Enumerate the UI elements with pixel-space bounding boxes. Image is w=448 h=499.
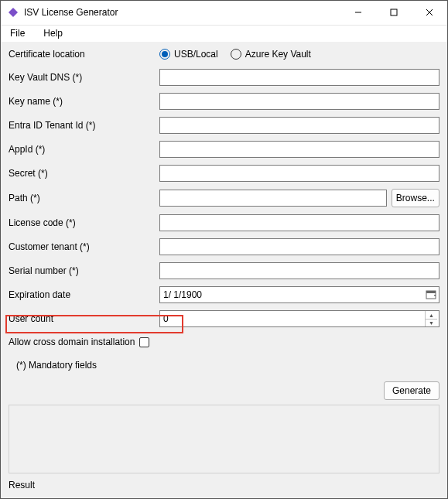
radio-azure-label: Azure Key Vault xyxy=(245,49,311,60)
label-key-name: Key name (*) xyxy=(9,96,159,107)
input-key-vault-dns xyxy=(159,69,439,86)
input-customer-tenant[interactable] xyxy=(159,238,439,255)
app-window: ISV License Generator File Help Certific… xyxy=(0,0,448,499)
browse-label: Browse... xyxy=(396,193,435,203)
checkbox-allow-cross[interactable] xyxy=(139,337,149,347)
window-controls xyxy=(340,1,447,25)
label-serial-number: Serial number (*) xyxy=(9,265,159,276)
spin-up-icon[interactable]: ▲ xyxy=(426,311,437,320)
label-path: Path (*) xyxy=(9,193,159,203)
form-area: Certificate location USB/Local Azure Key… xyxy=(1,42,447,378)
radio-icon xyxy=(159,49,170,60)
app-icon xyxy=(7,6,19,19)
radio-icon xyxy=(231,49,241,60)
spin-down-icon[interactable]: ▼ xyxy=(426,320,437,327)
input-key-name xyxy=(159,93,439,110)
label-tenant-id: Entra ID Tenant Id (*) xyxy=(9,120,159,131)
window-title: ISV License Generator xyxy=(24,7,340,18)
input-path[interactable] xyxy=(159,190,387,207)
input-serial-number[interactable] xyxy=(159,262,439,279)
minimize-button[interactable] xyxy=(340,1,376,25)
result-panel xyxy=(9,405,439,473)
svg-rect-2 xyxy=(391,9,397,15)
browse-button[interactable]: Browse... xyxy=(392,189,439,207)
input-secret xyxy=(159,165,439,182)
menu-help[interactable]: Help xyxy=(39,26,67,40)
close-button[interactable] xyxy=(412,1,447,25)
user-count-spinner[interactable]: ▲ ▼ xyxy=(425,311,437,326)
svg-marker-0 xyxy=(9,8,18,17)
svg-rect-6 xyxy=(426,291,436,293)
maximize-button[interactable] xyxy=(376,1,412,25)
titlebar: ISV License Generator xyxy=(1,1,447,26)
input-expiration-date[interactable]: 1/ 1/1900 xyxy=(159,286,439,303)
input-tenant-id xyxy=(159,117,439,134)
label-customer-tenant: Customer tenant (*) xyxy=(9,241,159,252)
expiration-date-value: 1/ 1/1900 xyxy=(163,289,202,300)
label-secret: Secret (*) xyxy=(9,168,159,179)
radio-azure-key-vault[interactable]: Azure Key Vault xyxy=(231,49,311,60)
input-license-code[interactable] xyxy=(159,214,439,231)
label-expiration-date: Expiration date xyxy=(9,289,159,300)
menu-file[interactable]: File xyxy=(5,26,29,40)
generate-button[interactable]: Generate xyxy=(384,381,439,400)
input-app-id xyxy=(159,141,439,158)
radio-usb-local[interactable]: USB/Local xyxy=(159,49,218,60)
label-license-code: License code (*) xyxy=(9,217,159,228)
label-cert-location: Certificate location xyxy=(9,49,159,60)
user-count-value: 0 xyxy=(163,313,169,324)
calendar-dropdown-icon[interactable] xyxy=(425,289,437,301)
label-allow-cross: Allow cross domain installation xyxy=(9,337,135,347)
label-app-id: AppId (*) xyxy=(9,144,159,155)
label-result: Result xyxy=(1,477,447,498)
menubar: File Help xyxy=(1,26,447,43)
mandatory-note: (*) Mandatory fields xyxy=(9,360,439,371)
label-user-count: User count xyxy=(9,313,159,324)
label-key-vault-dns: Key Vault DNS (*) xyxy=(9,72,159,83)
input-user-count[interactable]: 0 ▲ ▼ xyxy=(159,310,439,327)
generate-label: Generate xyxy=(392,385,431,396)
radio-usb-local-label: USB/Local xyxy=(174,49,218,60)
